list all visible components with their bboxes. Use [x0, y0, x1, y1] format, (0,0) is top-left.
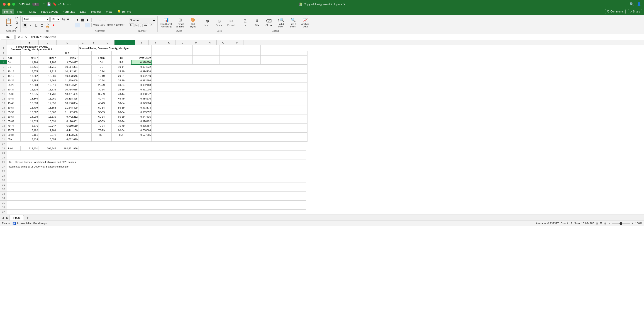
cell-c2[interactable]: [39, 51, 57, 55]
format-painter-button[interactable]: 🖌: [14, 25, 19, 29]
cell-j3[interactable]: [165, 55, 179, 60]
cell-f17[interactable]: 65-69: [92, 119, 111, 123]
cell-e12[interactable]: [78, 96, 92, 101]
cell-f4[interactable]: 0-4: [92, 60, 111, 65]
cell-c9[interactable]: 12,919: [39, 83, 57, 87]
cell-g12[interactable]: 45-49: [111, 96, 131, 101]
cell-h13[interactable]: 0.979704: [131, 101, 152, 105]
close-button[interactable]: [3, 3, 6, 6]
cell-f21[interactable]: [92, 137, 111, 142]
cell-h2[interactable]: [131, 51, 152, 55]
align-bottom-button[interactable]: ⬇: [85, 18, 90, 22]
col-header-e[interactable]: E: [78, 40, 87, 45]
cell-f6[interactable]: 10-14: [92, 69, 111, 74]
cell-a11[interactable]: 35-39: [7, 92, 21, 96]
cell-g21[interactable]: [111, 137, 131, 142]
align-right-button[interactable]: ≡: [85, 23, 90, 27]
cell-d14[interactable]: 11,548,499: [57, 105, 78, 110]
col-header-k[interactable]: K: [162, 40, 176, 45]
cell-e11[interactable]: [78, 92, 92, 96]
row-num-13[interactable]: 13: [0, 101, 7, 105]
cell-d21[interactable]: 4,062,670: [57, 137, 78, 142]
cell-d13[interactable]: 10,586,864: [57, 101, 78, 105]
analyze-data-button[interactable]: 📈 Analyze Data: [300, 17, 311, 28]
cell-g14[interactable]: 55-59: [111, 105, 131, 110]
cell-rest13[interactable]: [152, 101, 308, 105]
cell-a17[interactable]: 65-69: [7, 119, 21, 123]
cell-c14[interactable]: 13,358: [39, 105, 57, 110]
cell-b2[interactable]: [21, 51, 39, 55]
cell-c10[interactable]: 11,836: [39, 87, 57, 92]
row-num-31[interactable]: 31: [0, 182, 7, 187]
sheet-tab-inputs[interactable]: Inputs: [10, 215, 24, 221]
paste-button[interactable]: 📋 Paste: [3, 18, 14, 27]
cell-from-header[interactable]: From: [92, 55, 111, 60]
cell-j4[interactable]: [165, 60, 179, 65]
add-sheet-button[interactable]: +: [24, 215, 31, 221]
cell-e10[interactable]: [78, 87, 92, 92]
cell-d2[interactable]: U.S.: [57, 51, 78, 55]
cell-rest8[interactable]: [152, 78, 308, 83]
redo-icon[interactable]: ↻: [63, 2, 66, 6]
cell-l1[interactable]: [179, 45, 192, 51]
cell-f2[interactable]: [92, 51, 111, 55]
cell-d11[interactable]: 10,031,439: [57, 92, 78, 96]
row-num-4[interactable]: 4: [0, 60, 7, 65]
cell-h9[interactable]: 0.992163: [131, 83, 152, 87]
more-icon[interactable]: •••: [67, 2, 71, 6]
cell-rest11[interactable]: [152, 92, 308, 96]
page-layout-view-button[interactable]: ☰: [600, 222, 602, 225]
cell-h18[interactable]: 0.865487: [131, 123, 152, 128]
find-select-button[interactable]: 🔍 Find & Select: [288, 17, 299, 28]
cell-b17[interactable]: 11,815: [21, 119, 39, 123]
cell-l3[interactable]: [192, 55, 206, 60]
cell-h4[interactable]: 0.990270: [131, 60, 152, 65]
indent-right-button[interactable]: ⇒: [103, 18, 108, 22]
share-button[interactable]: ↗ Share: [628, 9, 642, 14]
cell-c18[interactable]: 10,747: [39, 123, 57, 128]
cell-d19[interactable]: 4,441,150: [57, 128, 78, 133]
cell-rest21[interactable]: [152, 137, 308, 142]
align-top-button[interactable]: ⬆: [75, 18, 80, 22]
row-num-29[interactable]: 29: [0, 173, 7, 178]
cell-to-header[interactable]: To: [111, 55, 131, 60]
menu-review[interactable]: Review: [89, 9, 103, 14]
cell-g7[interactable]: 20-24: [111, 74, 131, 78]
cell-h5[interactable]: 0.994832: [131, 65, 152, 69]
cell-rest9[interactable]: [152, 83, 308, 87]
cell-name-box[interactable]: [1, 35, 14, 39]
cell-c5[interactable]: 11,716: [39, 65, 57, 69]
menu-tell-me[interactable]: 💡 Tell me: [115, 9, 133, 14]
cut-button[interactable]: ✂: [14, 16, 19, 20]
underline-button[interactable]: U: [34, 23, 39, 28]
percent-button[interactable]: %: [134, 23, 139, 27]
normal-view-button[interactable]: ⊞: [596, 222, 598, 225]
cell-c11[interactable]: 11,766: [39, 92, 57, 96]
menu-data[interactable]: Data: [78, 9, 88, 14]
cell-d18[interactable]: 6,010,519: [57, 123, 78, 128]
cell-footnote2[interactable]: ² Estimated using 2015-2000 Vital Statis…: [7, 164, 306, 169]
cell-e3[interactable]: [78, 55, 92, 60]
cell-b6[interactable]: 13,375: [21, 69, 39, 74]
cell-a4[interactable]: 0-4: [7, 60, 21, 65]
cell-g10[interactable]: 35-39: [111, 87, 131, 92]
grid-wrapper[interactable]: 1 Female Population by Age,Genesee Count…: [0, 45, 644, 214]
cell-rest10[interactable]: [152, 87, 308, 92]
menu-view[interactable]: View: [104, 9, 114, 14]
cell-i2[interactable]: [152, 51, 165, 55]
cell-f5[interactable]: 5-9: [92, 65, 111, 69]
cell-e18[interactable]: [78, 123, 92, 128]
insert-function-icon[interactable]: fx: [25, 35, 27, 39]
cell-d8[interactable]: 11,229,409: [57, 78, 78, 83]
zoom-slider[interactable]: [612, 223, 630, 224]
cell-a14[interactable]: 50-54: [7, 105, 21, 110]
cell-a10[interactable]: 30-34: [7, 87, 21, 92]
cell-rest5[interactable]: [152, 65, 308, 69]
row-num-15[interactable]: 15: [0, 110, 7, 114]
cell-g11[interactable]: 40-44: [111, 92, 131, 96]
cell-rest14[interactable]: [152, 105, 308, 110]
cell-c21[interactable]: 6,052: [39, 137, 57, 142]
cell-a8[interactable]: 20-24: [7, 78, 21, 83]
row-num-6[interactable]: 6: [0, 69, 7, 74]
cell-k4[interactable]: [179, 60, 192, 65]
